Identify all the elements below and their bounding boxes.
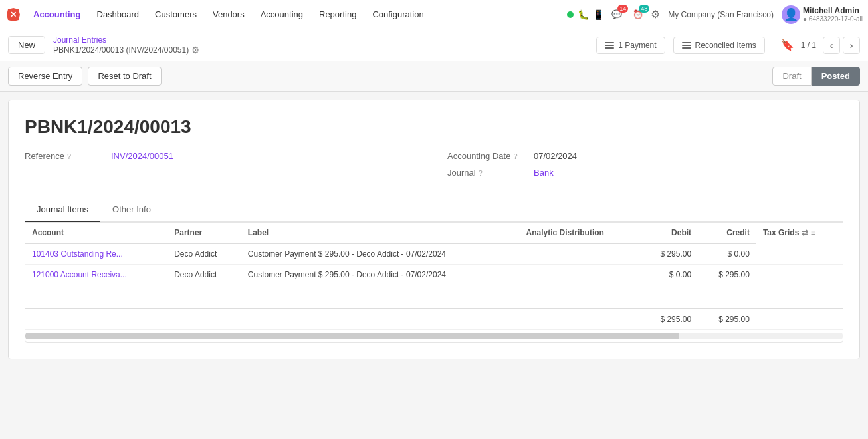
settings-icon[interactable]: ⚙ [651,8,660,21]
user-avatar[interactable]: 👤 [782,5,800,24]
reconciled-icon [682,42,691,49]
nav-accounting2[interactable]: Accounting [254,7,310,22]
totals-spacer [25,309,639,330]
row2-debit: $ 0.00 [639,264,698,285]
horizontal-scrollbar[interactable] [25,333,843,339]
reference-help-icon[interactable]: ? [67,152,71,160]
nav-dashboard[interactable]: Dashboard [90,7,146,22]
journal-table: Account Partner Label Analytic Distribut… [25,223,843,330]
user-subtitle: ● 64833220-17-0-all [803,15,863,23]
journal-table-container: Account Partner Label Analytic Distribut… [25,222,843,343]
tab-other-info[interactable]: Other Info [100,198,163,222]
table-header-row: Account Partner Label Analytic Distribut… [25,223,843,243]
journal-field-row: Journal ? Bank [447,168,843,178]
row1-partner: Deco Addict [167,243,241,264]
row2-analytic [520,264,640,285]
payment-label: 1 Payment [618,41,656,50]
tabs: Journal Items Other Info [25,198,843,222]
reconciled-items-button[interactable]: Reconciled Items [673,37,765,54]
page-indicator: 1 / 1 [797,41,820,50]
row2-partner: Deco Addict [167,264,241,285]
totals-end [756,309,843,330]
accounting-date-value: 07/02/2024 [534,151,577,161]
fields-section: Reference ? INV/2024/00051 Accounting Da… [25,151,843,184]
status-buttons: Draft Posted [772,67,860,86]
row1-tax-grids [756,243,843,264]
action-buttons: Reverse Entry Reset to Draft [8,67,162,86]
prev-button[interactable]: ‹ [823,37,840,54]
col-account: Account [25,223,167,243]
row1-account[interactable]: 101403 Outstanding Re... [25,243,167,264]
action-bar: Reverse Entry Reset to Draft Draft Poste… [0,61,868,92]
accounting-date-label: Accounting Date ? [447,151,534,161]
col-label: Label [241,223,520,243]
accounting-date-field-row: Accounting Date ? 07/02/2024 [447,151,843,161]
user-info: Mitchell Admin ● 64833220-17-0-all [803,6,863,23]
row2-tax-grids [756,264,843,285]
table-footer: $ 295.00 $ 295.00 [25,309,843,330]
breadcrumb-parent[interactable]: Journal Entries [53,35,200,45]
company-section[interactable]: My Company (San Francisco) [663,10,779,19]
nav-reporting[interactable]: Reporting [312,7,363,22]
reference-value[interactable]: INV/2024/00051 [111,151,173,161]
fields-left: Reference ? INV/2024/00051 [25,151,421,184]
nav-vendors[interactable]: Vendors [206,7,251,22]
col-partner: Partner [167,223,241,243]
total-credit: $ 295.00 [698,309,756,330]
journal-value[interactable]: Bank [534,168,554,178]
scrollbar-thumb[interactable] [25,333,679,339]
row2-account[interactable]: 121000 Account Receiva... [25,264,167,285]
top-navigation: ✕ Accounting Dashboard Customers Vendors… [0,0,868,29]
col-analytic: Analytic Distribution [520,223,640,243]
table-row: 101403 Outstanding Re... Deco Addict Cus… [25,243,843,264]
new-button[interactable]: New [8,36,45,54]
totals-row: $ 295.00 $ 295.00 [25,309,843,330]
breadcrumb-current: PBNK1/2024/00013 (INV/2024/00051) [53,45,189,55]
fields-right: Accounting Date ? 07/02/2024 Journal ? B… [447,151,843,184]
status-draft-button[interactable]: Draft [772,67,811,86]
main-content: PBNK1/2024/00013 Reference ? INV/2024/00… [8,100,860,359]
table-empty-row [25,285,843,309]
activity-count: 48 [639,5,649,13]
payment-icon [605,42,614,49]
total-debit: $ 295.00 [639,309,698,330]
accounting-date-help-icon[interactable]: ? [513,152,517,160]
breadcrumb: Journal Entries PBNK1/2024/00013 (INV/20… [53,35,200,55]
online-status-dot [567,11,574,18]
table-row: 121000 Account Receiva... Deco Addict Cu… [25,264,843,285]
svg-text:✕: ✕ [10,10,17,19]
bookmark-button[interactable]: 🔖 [781,39,794,51]
row1-label: Customer Payment $ 295.00 - Deco Addict … [241,243,520,264]
col-tax-grids: Tax Grids ⇄ ≡ [756,223,843,243]
tab-journal-items[interactable]: Journal Items [25,198,100,222]
next-button[interactable]: › [843,37,860,54]
row1-credit: $ 0.00 [698,243,756,264]
col-debit: Debit [639,223,698,243]
row2-credit: $ 295.00 [698,264,756,285]
app-logo[interactable]: ✕ [5,7,21,23]
payment-button[interactable]: 1 Payment [596,37,665,54]
status-posted-button[interactable]: Posted [812,67,860,86]
topnav-icons-group: 🐛 📱 💬 14 ⏰ 48 ⚙ [567,6,660,23]
nav-controls: 🔖 1 / 1 ‹ › [781,37,860,54]
record-settings-icon[interactable]: ⚙ [191,45,200,55]
mobile-icon[interactable]: 📱 [593,9,604,20]
chat-badge[interactable]: 💬 14 [608,6,625,23]
breadcrumb-bar: New Journal Entries PBNK1/2024/00013 (IN… [0,29,868,61]
nav-configuration[interactable]: Configuration [366,7,430,22]
col-settings-icon[interactable]: ⇄ ≡ [802,228,815,237]
record-title: PBNK1/2024/00013 [25,116,843,138]
debug-icon[interactable]: 🐛 [578,9,589,20]
col-credit: Credit [698,223,756,243]
row1-analytic [520,243,640,264]
row1-debit: $ 295.00 [639,243,698,264]
nav-customers[interactable]: Customers [148,7,203,22]
reconciled-label: Reconciled Items [695,41,756,50]
company-name: My Company (San Francisco) [668,10,774,19]
reverse-entry-button[interactable]: Reverse Entry [8,67,82,86]
table-scroll-area[interactable]: Account Partner Label Analytic Distribut… [25,223,843,330]
journal-help-icon[interactable]: ? [479,169,483,177]
activity-badge[interactable]: ⏰ 48 [629,6,647,23]
nav-accounting[interactable]: Accounting [27,7,88,22]
reset-to-draft-button[interactable]: Reset to Draft [88,67,161,86]
